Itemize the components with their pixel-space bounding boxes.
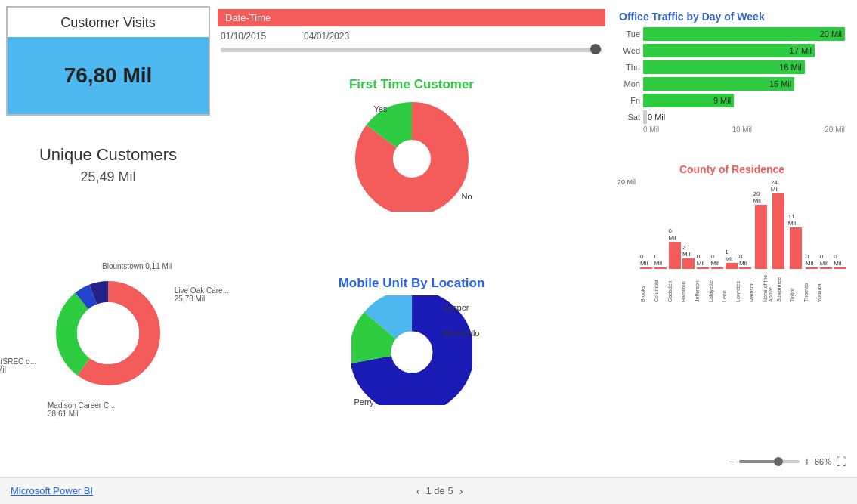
county-val-none: 24 Mil xyxy=(771,179,787,193)
donut-label-blountstown: Blountstown 0,11 Mil xyxy=(102,262,172,271)
ftc-chart: Yes No xyxy=(351,98,472,215)
county-residence-panel: County of Residence 20 Mil 0 Mil 0 Mil xyxy=(613,160,851,450)
mobile-perry-label: Perry xyxy=(354,397,374,407)
bar-label-thu: Thu xyxy=(619,63,640,72)
county-x-wakulla: Wakulla xyxy=(817,271,829,302)
county-col-madison: 20 Mil xyxy=(753,190,769,269)
footer-pagination: ‹ 1 de 5 › xyxy=(416,485,463,497)
county-chart-wrapper: 20 Mil 0 Mil 0 Mil 6 Mil xyxy=(617,178,846,302)
bar-value-wed: 17 Mil xyxy=(790,46,812,55)
unique-customers-title: Unique Customers xyxy=(39,144,177,166)
bar-fill-thu: 16 Mil xyxy=(643,60,805,74)
page-number: 1 de 5 xyxy=(425,485,453,496)
county-val-gadsden: 6 Mil xyxy=(668,227,681,241)
unique-customers-value: 25,49 Mil xyxy=(80,169,135,185)
county-val-thomas: 0 Mil xyxy=(820,253,833,267)
ftc-no-label: No xyxy=(461,192,472,201)
zoom-slider-track[interactable] xyxy=(739,460,800,463)
axis-0: 0 Mil xyxy=(643,125,659,134)
bar-label-mon: Mon xyxy=(619,79,640,88)
bar-label-wed: Wed xyxy=(619,46,640,55)
customer-visits-card: Customer Visits 76,80 Mil xyxy=(6,6,210,116)
mobile-unit-title: Mobile Unit By Location xyxy=(339,276,485,291)
county-x-thomas: Thomas xyxy=(803,271,815,302)
unique-customers-panel: Unique Customers 25,49 Mil xyxy=(6,129,210,185)
bar-row-wed: Wed 17 Mil xyxy=(619,44,845,57)
county-val-brooks: 0 Mil xyxy=(640,253,653,267)
county-col-wakulla: 0 Mil xyxy=(834,253,846,269)
donut-chart-container: Blountstown 0,11 Mil Live Oak Care...25,… xyxy=(6,199,210,471)
bar-outer-mon: 15 Mil xyxy=(643,77,845,91)
bar-fill-fri: 9 Mil xyxy=(643,94,734,107)
county-title: County of Residence xyxy=(617,163,846,175)
county-col-hamilton: 2 Mil xyxy=(682,244,695,269)
bar-axis: 0 Mil 10 Mil 20 Mil xyxy=(619,125,845,134)
county-bar-leon xyxy=(726,263,738,269)
ftc-yes-label: Yes xyxy=(374,104,388,113)
next-page-btn[interactable]: › xyxy=(459,485,463,497)
county-bar-lafayette xyxy=(711,267,723,269)
zoom-plus[interactable]: + xyxy=(804,456,810,468)
datetime-slider[interactable] xyxy=(221,48,602,52)
county-bar-hamilton xyxy=(682,258,695,269)
county-bar-wakulla xyxy=(834,267,846,269)
zoom-minus[interactable]: − xyxy=(729,456,735,468)
county-bar-none xyxy=(772,193,784,269)
axis-20: 20 Mil xyxy=(825,125,845,134)
county-bar-brooks xyxy=(640,267,652,269)
county-col-brooks: 0 Mil xyxy=(640,253,653,269)
bar-label-fri: Fri xyxy=(619,96,640,105)
donut-chart-svg xyxy=(48,273,169,394)
datetime-end: 04/01/2023 xyxy=(304,31,349,42)
slider-thumb[interactable] xyxy=(590,44,601,54)
footer-brand-link[interactable]: Microsoft Power BI xyxy=(11,485,93,496)
county-x-madison: Madison xyxy=(749,271,761,302)
datetime-filter: Date-Time 01/10/2015 04/01/2023 xyxy=(210,6,613,74)
county-x-gadsden: Gadsden xyxy=(667,271,679,302)
donut-label-mayo: Mayo (SREC o...0,15 Mil xyxy=(0,357,36,374)
county-col-lowrides: 0 Mil xyxy=(739,253,752,269)
zoom-slider-thumb[interactable] xyxy=(774,457,783,466)
axis-10: 10 Mil xyxy=(732,125,752,134)
bar-row-mon: Mon 15 Mil xyxy=(619,77,845,91)
donut-label-madison: Madison Career C...38,61 Mil xyxy=(48,401,115,418)
fullscreen-icon[interactable]: ⛶ xyxy=(836,456,846,468)
bar-outer-tue: 20 Mil xyxy=(643,27,845,41)
county-bars-container: 0 Mil 0 Mil 6 Mil 2 Mil xyxy=(640,178,846,269)
county-x-lowrides: Lowrides xyxy=(735,271,747,302)
county-x-brooks: Brooks xyxy=(640,271,652,302)
mobile-unit-panel: Mobile Unit By Location Jasper Monticell… xyxy=(210,276,613,472)
bar-outer-fri: 9 Mil xyxy=(643,94,845,107)
county-col-taylor: 0 Mil xyxy=(806,253,818,269)
county-bar-gadsden xyxy=(669,242,681,269)
office-traffic-title: Office Traffic by Day of Week xyxy=(619,11,845,23)
bar-outer-thu: 16 Mil xyxy=(643,60,845,74)
county-bar-columbia xyxy=(654,267,667,269)
county-val-lafayette: 0 Mil xyxy=(711,253,724,267)
county-x-leon: Leon xyxy=(722,271,734,302)
county-val-taylor: 0 Mil xyxy=(806,253,818,267)
county-val-columbia: 0 Mil xyxy=(654,253,667,267)
bar-fill-mon: 15 Mil xyxy=(643,77,794,91)
county-bar-suwannee xyxy=(790,227,802,269)
county-x-columbia: Columbia xyxy=(654,271,666,302)
county-col-leon: 1 Mil xyxy=(725,249,738,269)
customer-visits-title: Customer Visits xyxy=(8,8,209,37)
footer: Microsoft Power BI ‹ 1 de 5 › xyxy=(0,477,857,504)
county-x-taylor: Taylor xyxy=(790,271,802,302)
bar-value-sat: 0 Mil xyxy=(648,110,665,124)
county-bar-madison xyxy=(755,205,767,269)
county-col-jefferson: 0 Mil xyxy=(697,253,710,269)
county-val-madison: 20 Mil xyxy=(753,190,769,204)
prev-page-btn[interactable]: ‹ xyxy=(416,485,420,497)
bar-row-tue: Tue 20 Mil xyxy=(619,27,845,41)
county-x-labels: Brooks Columbia Gadsden Hamilton Jeffers… xyxy=(640,271,846,302)
county-col-columbia: 0 Mil xyxy=(654,253,667,269)
office-traffic-panel: Office Traffic by Day of Week Tue 20 Mil… xyxy=(613,6,851,157)
county-y-label: 20 Mil xyxy=(617,178,636,186)
county-x-lafayette: Lafayette xyxy=(708,271,720,302)
svg-point-4 xyxy=(77,302,139,364)
bar-value-fri: 9 Mil xyxy=(713,96,731,105)
county-bar-lowrides xyxy=(739,267,751,269)
datetime-start: 01/10/2015 xyxy=(221,31,266,42)
